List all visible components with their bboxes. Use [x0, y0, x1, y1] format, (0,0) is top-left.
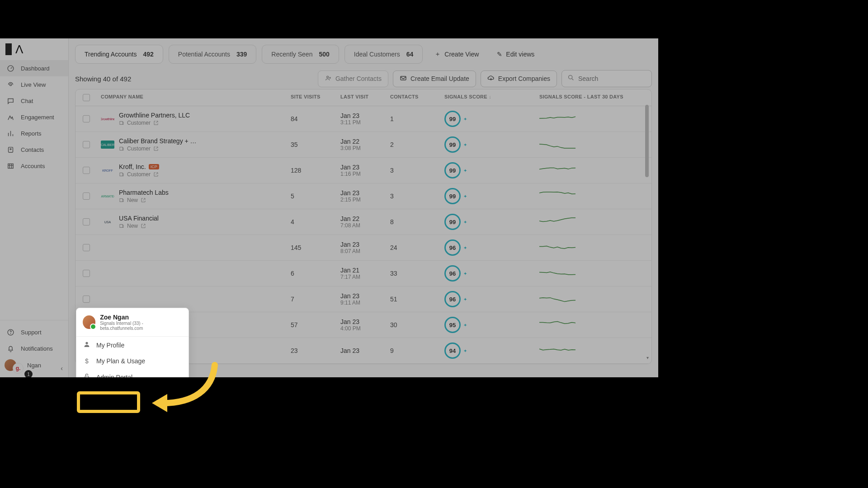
sidebar-item-reports[interactable]: Reports	[0, 125, 68, 141]
tab-recently-seen[interactable]: Recently Seen 500	[262, 45, 339, 64]
table-row[interactable]: 145Jan 238:07 AM2496✦	[75, 235, 651, 261]
button-label: Gather Contacts	[335, 75, 382, 82]
search-icon	[567, 74, 575, 83]
header-signals-score[interactable]: SIGNALS SCORE ↓	[444, 94, 539, 101]
tab-count: 339	[236, 51, 247, 58]
sidebar-item-contacts[interactable]: Contacts	[0, 141, 68, 158]
create-view-button[interactable]: ＋ Create View	[428, 46, 485, 63]
collapse-sidebar-icon[interactable]: ‹	[61, 365, 63, 372]
tab-count: 64	[406, 51, 414, 58]
scroll-caret-icon: ▾	[646, 355, 649, 360]
last-visit-cell: Jan 217:17 AM	[340, 267, 390, 280]
menu-item-my-profile[interactable]: My Profile	[76, 337, 189, 353]
sidebar-item-chat[interactable]: Chat	[0, 93, 68, 109]
sparkle-icon: ✦	[463, 297, 467, 302]
contacts-cell: 51	[390, 296, 444, 303]
visits-cell: 84	[291, 115, 340, 122]
search-input[interactable]	[578, 75, 646, 82]
edit-views-button[interactable]: ✎ Edit views	[491, 46, 541, 62]
row-checkbox[interactable]	[83, 167, 101, 174]
visits-cell: 57	[291, 321, 340, 328]
menu-item-my-plan[interactable]: $ My Plan & Usage	[76, 353, 189, 369]
sidebar-item-live-view[interactable]: Live View	[0, 76, 68, 93]
score-ring: 99	[444, 214, 461, 230]
contacts-cell: 3	[390, 192, 444, 200]
button-label: Edit views	[506, 51, 534, 58]
popup-user-name: Zoe Ngan	[100, 314, 182, 321]
table-row[interactable]: 6Jan 217:17 AM3396✦	[75, 261, 651, 286]
search-box[interactable]	[561, 70, 652, 87]
app-logo[interactable]: Λ	[0, 38, 68, 60]
header-signals-score-30[interactable]: SIGNALS SCORE - LAST 30 DAYS	[539, 94, 652, 101]
header-visits[interactable]: SITE VISITS	[291, 94, 340, 101]
sidebar-item-dashboard[interactable]: Dashboard	[0, 60, 68, 76]
company-name[interactable]: Caliber Brand Strategy + …	[119, 137, 197, 145]
row-checkbox[interactable]	[83, 192, 101, 200]
gather-contacts-button[interactable]: Gather Contacts	[318, 70, 388, 87]
company-name[interactable]: USA Financial	[119, 215, 159, 222]
right-black	[658, 38, 868, 377]
create-email-update-button[interactable]: Create Email Update	[393, 70, 476, 87]
sparkline-cell	[539, 113, 652, 124]
select-all-checkbox[interactable]	[83, 94, 101, 101]
table-row[interactable]: CALIBERCaliber Brand Strategy + … Custom…	[75, 132, 651, 158]
company-name[interactable]: Kroff, Inc.ICP	[119, 163, 159, 170]
sidebar-item-support[interactable]: Support	[0, 324, 68, 340]
vertical-scrollbar[interactable]	[645, 105, 649, 177]
company-cell: GrowthlineGrowthline Partners, LLC Custo…	[101, 112, 291, 126]
sidebar-label: Live View	[21, 81, 46, 88]
score-ring: 96	[444, 265, 461, 282]
sidebar-label: Accounts	[21, 163, 45, 169]
score-cell: 99✦	[444, 162, 539, 178]
tab-potential-accounts[interactable]: Potential Accounts 339	[169, 45, 257, 64]
visits-cell: 6	[291, 270, 340, 277]
row-checkbox[interactable]	[83, 270, 101, 277]
dashboard-icon	[6, 64, 14, 72]
score-ring: 99	[444, 188, 461, 204]
table-row[interactable]: PHARMATECHPharmatech Labs New 5Jan 232:1…	[75, 183, 651, 209]
company-name[interactable]: Growthline Partners, LLC	[119, 112, 190, 119]
header-contacts[interactable]: CONTACTS	[390, 94, 444, 101]
letterbox-bottom	[0, 377, 868, 488]
table-row[interactable]: KROFFKroff, Inc.ICP Customer 128Jan 231:…	[75, 158, 651, 183]
score-ring: 94	[444, 343, 461, 359]
sparkle-icon: ✦	[463, 194, 467, 199]
score-ring: 99	[444, 111, 461, 127]
table-row[interactable]: GrowthlineGrowthline Partners, LLC Custo…	[75, 106, 651, 132]
header-last-visit[interactable]: LAST VISIT	[340, 94, 390, 101]
tab-trending-accounts[interactable]: Trending Accounts 492	[75, 45, 163, 64]
menu-label: My Profile	[96, 342, 124, 349]
sidebar-item-accounts[interactable]: Accounts	[0, 158, 68, 174]
svg-point-15	[85, 342, 88, 344]
row-checkbox[interactable]	[83, 244, 101, 251]
sparkline-cell	[539, 165, 652, 176]
tab-label: Recently Seen	[271, 51, 312, 58]
svg-rect-13	[120, 199, 123, 202]
svg-point-7	[327, 76, 329, 78]
company-name[interactable]: Pharmatech Labs	[119, 189, 169, 196]
row-checkbox[interactable]	[83, 296, 101, 303]
score-cell: 96✦	[444, 265, 539, 282]
header-company[interactable]: COMPANY NAME	[101, 94, 291, 101]
sidebar-item-engagement[interactable]: Engagement	[0, 109, 68, 125]
tab-count: 492	[143, 51, 153, 58]
score-cell: 96✦	[444, 291, 539, 307]
company-cell: USAUSA Financial New	[101, 215, 291, 229]
table-row[interactable]: USAUSA Financial New 4Jan 227:08 AM899✦	[75, 209, 651, 235]
tab-ideal-customers[interactable]: Ideal Customers 64	[344, 45, 423, 64]
svg-rect-8	[401, 76, 406, 80]
contacts-cell: 1	[390, 115, 444, 122]
sidebar-user[interactable]: g. 1 Ngan	[0, 357, 68, 374]
visits-cell: 23	[291, 347, 340, 354]
row-checkbox[interactable]	[83, 218, 101, 225]
sidebar-label: Reports	[21, 130, 42, 137]
sparkline-cell	[539, 268, 652, 279]
row-checkbox[interactable]	[83, 115, 101, 122]
svg-rect-12	[120, 173, 123, 176]
export-companies-button[interactable]: Export Companies	[481, 70, 557, 87]
sidebar-item-notifications[interactable]: Notifications	[0, 340, 68, 357]
logo-block	[5, 43, 12, 55]
row-checkbox[interactable]	[83, 141, 101, 148]
score-cell: 99✦	[444, 136, 539, 153]
contacts-cell: 3	[390, 167, 444, 174]
